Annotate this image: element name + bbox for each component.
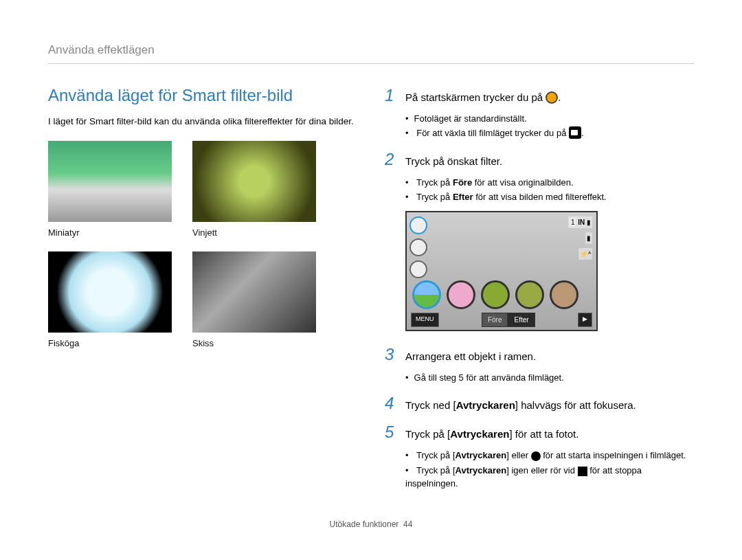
- fisheye-label: Fisköga: [48, 337, 172, 350]
- camera-home-icon[interactable]: [409, 216, 427, 234]
- s5a-bold: Avtryckaren: [456, 450, 507, 460]
- step-4-post: ] halvvägs för att fokusera.: [515, 399, 636, 411]
- step-3-sublist: Gå till steg 5 för att använda filmläget…: [385, 371, 694, 385]
- thumb-miniature: Miniatyr: [48, 141, 172, 240]
- camera-photo-icon[interactable]: [409, 238, 427, 256]
- step-2-sublist: Tryck på Före för att visa originalbilde…: [385, 176, 694, 204]
- camera-count-value: 1: [570, 218, 576, 227]
- step-5-number: 5: [385, 420, 397, 445]
- step-4-number: 4: [385, 391, 397, 416]
- step-2: 2 Tryck på önskat filter.: [385, 147, 694, 172]
- before-bold: Före: [453, 177, 472, 188]
- step-5-text: Tryck på [Avtryckaren] för att ta fotot.: [405, 427, 578, 443]
- step-1-text-span: På startskärmen trycker du på: [405, 91, 546, 103]
- step-1-sublist: Fotoläget är standardinställt. För att v…: [385, 112, 694, 140]
- step-2-sub-1: Tryck på Före för att visa originalbilde…: [405, 176, 694, 190]
- filter-option-3[interactable]: [481, 280, 510, 309]
- camera-video-icon[interactable]: [409, 260, 427, 278]
- s5a-mid: ] eller: [506, 450, 530, 460]
- record-dot-icon: [531, 451, 541, 461]
- stop-square-icon: [578, 467, 587, 476]
- step-4: 4 Tryck ned [Avtryckaren] halvvägs för a…: [385, 391, 694, 416]
- step-1-sub-2: För att växla till filmläget trycker du …: [405, 126, 694, 140]
- s5a-post: för att starta inspelningen i filmläget.: [541, 450, 686, 460]
- left-column: Använda läget för Smart filter-bild I lä…: [48, 83, 357, 497]
- thumbnail-grid: Miniatyr Vinjett Fisköga Skiss: [48, 141, 357, 350]
- s5b-pre: Tryck på [: [416, 465, 456, 475]
- shutter-bold-5: Avtryckaren: [450, 428, 509, 440]
- filter-option-1[interactable]: [412, 280, 441, 309]
- camera-preview-screenshot: 1 IN ▮ ▮ ⚡ᴬ MENU Före Efter ▶: [405, 211, 598, 331]
- step-2-sub-2: Tryck på Efter för att visa bilden med f…: [405, 190, 694, 204]
- camera-filter-strip: [412, 280, 578, 309]
- thumb-vignette: Vinjett: [192, 141, 316, 240]
- miniature-image: [48, 141, 172, 222]
- right-column: 1 På startskärmen trycker du på . Fotolä…: [385, 83, 694, 497]
- camera-count: 1 IN ▮: [568, 216, 592, 228]
- miniature-label: Miniatyr: [48, 226, 172, 240]
- step-1-sub-2-text: För att växla till filmläget trycker du …: [416, 128, 569, 138]
- step-3-text: Arrangera ett objekt i ramen.: [405, 349, 536, 365]
- step-2-sub-1-a: Tryck på: [416, 177, 453, 188]
- s5a-pre: Tryck på [: [416, 450, 456, 460]
- filter-option-5[interactable]: [550, 280, 578, 309]
- sketch-image: [192, 251, 316, 333]
- footer-page-number: 44: [403, 519, 412, 529]
- step-4-text: Tryck ned [Avtryckaren] halvvägs för att…: [405, 398, 636, 414]
- step-5: 5 Tryck på [Avtryckaren] för att ta foto…: [385, 420, 694, 445]
- fisheye-image: [48, 251, 172, 333]
- camera-battery-icon: ▮: [585, 232, 592, 244]
- step-4-pre: Tryck ned [: [405, 399, 456, 411]
- step-2-number: 2: [385, 147, 397, 172]
- movie-mode-icon: [569, 126, 581, 139]
- filter-option-4[interactable]: [515, 280, 544, 309]
- s5b-mid: ] igen eller rör vid: [506, 465, 577, 475]
- after-bold: Efter: [453, 192, 473, 202]
- camera-before-tab[interactable]: Före: [482, 313, 508, 327]
- thumb-sketch: Skiss: [192, 251, 316, 350]
- step-2-sub-2-b: för att visa bilden med filtereffekt.: [473, 192, 607, 202]
- step-2-sub-1-b: för att visa originalbilden.: [472, 177, 573, 188]
- camera-right-indicators: 1 IN ▮ ▮ ⚡ᴬ: [568, 216, 592, 260]
- thumb-fisheye: Fisköga: [48, 251, 172, 350]
- camera-left-buttons: [409, 216, 427, 278]
- step-3: 3 Arrangera ett objekt i ramen.: [385, 342, 694, 367]
- step-1-text: På startskärmen trycker du på .: [405, 90, 561, 106]
- camera-after-tab[interactable]: Efter: [508, 313, 535, 327]
- filter-option-2[interactable]: [447, 280, 475, 309]
- camera-playback-button[interactable]: ▶: [578, 313, 592, 327]
- step-5-pre: Tryck på [: [405, 428, 450, 440]
- step-5-sub-2: Tryck på [Avtryckaren] igen eller rör vi…: [405, 464, 694, 491]
- camera-menu-button[interactable]: MENU: [411, 313, 439, 327]
- step-3-sub-1: Gå till steg 5 för att använda filmläget…: [405, 371, 694, 385]
- step-1-sub-1: Fotoläget är standardinställt.: [405, 112, 694, 126]
- shutter-bold-4: Avtryckaren: [456, 399, 515, 411]
- footer-section: Utökade funktioner: [330, 519, 399, 529]
- intro-text: I läget för Smart filter-bild kan du anv…: [48, 115, 357, 128]
- section-heading: Använda läget för Smart filter-bild: [48, 83, 357, 108]
- camera-flash-icon: ⚡ᴬ: [578, 248, 592, 260]
- step-2-sub-2-a: Tryck på: [416, 192, 453, 202]
- home-mode-icon: [546, 91, 558, 104]
- step-2-text: Tryck på önskat filter.: [405, 154, 502, 170]
- step-5-sub-1: Tryck på [Avtryckaren] eller för att sta…: [405, 449, 694, 462]
- breadcrumb: Använda effektlägen: [48, 41, 694, 64]
- step-3-number: 3: [385, 342, 397, 367]
- camera-bottom-bar: MENU Före Efter ▶: [407, 313, 596, 327]
- camera-in-label: IN: [578, 219, 585, 226]
- step-5-sublist: Tryck på [Avtryckaren] eller för att sta…: [385, 449, 694, 491]
- s5b-bold: Avtryckaren: [456, 465, 507, 475]
- step-1-number: 1: [385, 83, 397, 108]
- step-1: 1 På startskärmen trycker du på .: [385, 83, 694, 108]
- page-footer: Utökade funktioner 44: [48, 518, 694, 530]
- sketch-label: Skiss: [192, 337, 316, 350]
- vignette-image: [192, 141, 316, 222]
- vignette-label: Vinjett: [192, 226, 316, 240]
- step-5-post: ] för att ta fotot.: [509, 428, 578, 440]
